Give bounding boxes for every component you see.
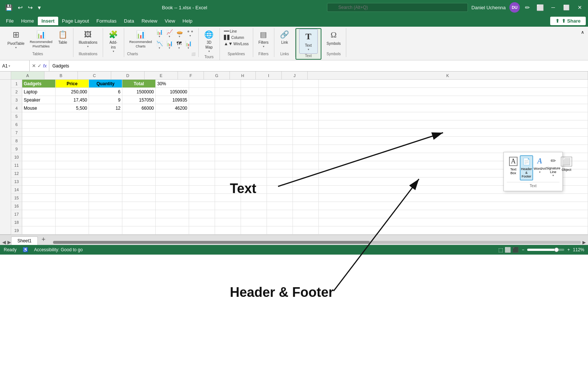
scroll-right-btn[interactable]: ▶ [582,240,586,245]
cell-C11[interactable] [89,161,122,169]
cell-I18[interactable] [267,218,293,226]
sheet-tab-add[interactable]: + [38,234,49,245]
addins-btn[interactable]: 🧩 Add-ins ▾ [106,28,121,55]
cell-I4[interactable] [267,104,293,112]
col-header-I[interactable]: I [256,72,282,79]
cell-K18[interactable] [319,218,588,226]
cell-J18[interactable] [293,218,319,226]
cell-C5[interactable] [89,112,122,120]
cell-H7[interactable] [241,129,267,137]
cell-I19[interactable] [267,226,293,235]
cell-J12[interactable] [293,169,319,178]
cell-B5[interactable] [56,112,89,120]
cell-K7[interactable] [319,129,588,137]
cell-F4[interactable] [189,104,215,112]
cell-A18[interactable] [22,218,56,226]
cell-H15[interactable] [241,194,267,202]
cell-C2[interactable]: 6 [89,88,122,96]
cell-H3[interactable] [241,96,267,104]
text-dropdown-btn[interactable]: T Text ▾ [299,29,318,54]
cell-J10[interactable] [293,153,319,161]
cell-B6[interactable] [56,120,89,129]
cell-K17[interactable] [319,210,588,218]
sparkline-line-btn[interactable]: ━━ Line [223,28,250,34]
cell-A8[interactable] [22,137,56,145]
cell-J16[interactable] [293,202,319,210]
cell-H17[interactable] [241,210,267,218]
cell-J2[interactable] [293,88,319,96]
cell-K3[interactable] [319,96,588,104]
cell-H6[interactable] [241,120,267,129]
cell-F13[interactable] [189,178,215,186]
zoom-out-btn[interactable]: − [522,247,524,252]
cell-I3[interactable] [267,96,293,104]
cell-K19[interactable] [319,226,588,235]
cell-H5[interactable] [241,112,267,120]
charts-expand-icon[interactable]: ⬜ [191,52,195,56]
cell-F14[interactable] [189,186,215,194]
cell-J15[interactable] [293,194,319,202]
cell-B7[interactable] [56,129,89,137]
cell-G13[interactable] [215,178,241,186]
cell-J9[interactable] [293,145,319,153]
stat-chart-btn[interactable]: 📊 ▾ [165,40,174,50]
cell-D8[interactable] [122,137,156,145]
cell-G7[interactable] [215,129,241,137]
pivot-chart-btn[interactable]: 📊 ▾ [184,40,193,50]
col-header-D[interactable]: D [111,72,145,79]
cell-G10[interactable] [215,153,241,161]
cell-G3[interactable] [215,96,241,104]
cell-G2[interactable] [215,88,241,96]
cell-A19[interactable] [22,226,56,235]
cell-E17[interactable] [156,210,189,218]
cell-G9[interactable] [215,145,241,153]
formula-confirm-icon[interactable]: ✓ [37,63,42,69]
cell-H4[interactable] [241,104,267,112]
cell-F1[interactable] [189,80,215,88]
cell-G14[interactable] [215,186,241,194]
column-chart-btn[interactable]: 📊 ▾ [155,28,164,39]
cell-C18[interactable] [89,218,122,226]
cell-E16[interactable] [156,202,189,210]
cell-F6[interactable] [189,120,215,129]
cell-D1[interactable]: Total [122,80,156,88]
cell-C16[interactable] [89,202,122,210]
cell-I17[interactable] [267,210,293,218]
3d-map-btn[interactable]: 🌐 3DMap ▾ [202,28,217,55]
cell-F17[interactable] [189,210,215,218]
header-footer-btn[interactable]: 📄 Header& Footer [520,155,533,180]
pie-chart-btn[interactable]: 🥧 ▾ [175,28,184,39]
col-header-J[interactable]: J [282,72,308,79]
cell-B14[interactable] [56,186,89,194]
cell-I16[interactable] [267,202,293,210]
menu-help[interactable]: Help [179,17,196,25]
cell-I10[interactable] [267,153,293,161]
cell-D4[interactable]: 66000 [122,104,156,112]
cell-G18[interactable] [215,218,241,226]
cell-B15[interactable] [56,194,89,202]
cell-H9[interactable] [241,145,267,153]
cell-D17[interactable] [122,210,156,218]
cell-J7[interactable] [293,129,319,137]
cell-A11[interactable] [22,161,56,169]
cell-F18[interactable] [189,218,215,226]
cell-D7[interactable] [122,129,156,137]
cell-D15[interactable] [122,194,156,202]
cell-B9[interactable] [56,145,89,153]
cell-E2[interactable]: 1050000 [156,88,189,96]
cell-D6[interactable] [122,120,156,129]
cell-I14[interactable] [267,186,293,194]
cell-E4[interactable]: 46200 [156,104,189,112]
menu-view[interactable]: View [161,17,179,25]
cell-H18[interactable] [241,218,267,226]
cell-B17[interactable] [56,210,89,218]
formula-input[interactable]: Gadgets [49,63,588,69]
cell-E5[interactable] [156,112,189,120]
cell-ref-dropdown[interactable]: ▾ [9,64,10,68]
cell-K1[interactable] [319,80,588,88]
cell-J5[interactable] [293,112,319,120]
cell-J19[interactable] [293,226,319,235]
zoom-slider[interactable] [527,249,564,251]
cell-F12[interactable] [189,169,215,178]
cell-G6[interactable] [215,120,241,129]
